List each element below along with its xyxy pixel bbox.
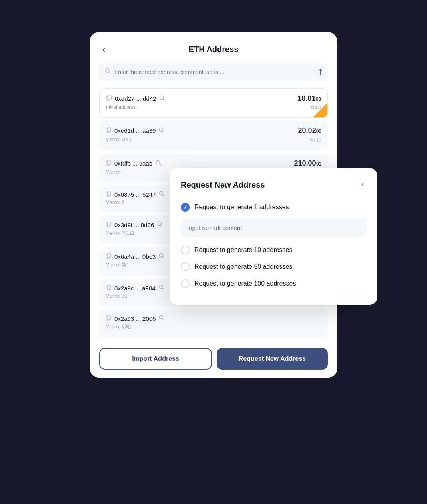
amount-main: 210.00	[294, 159, 316, 167]
address-text: 0xdd27 ... dd42	[115, 95, 156, 102]
magnify-icon[interactable]	[159, 315, 165, 322]
radio-label-2: Request to generate 10 addresses	[194, 246, 293, 254]
remark-input[interactable]	[181, 219, 366, 237]
svg-rect-7	[108, 96, 111, 100]
copy-icon[interactable]	[106, 160, 111, 167]
magnify-icon[interactable]	[159, 127, 165, 134]
import-address-button[interactable]: Import Address	[99, 348, 212, 370]
svg-line-1	[109, 72, 111, 74]
radio-option-3[interactable]: Request to generate 50 addresses	[181, 258, 366, 275]
svg-line-25	[161, 225, 163, 227]
svg-rect-15	[107, 160, 111, 164]
filter-button[interactable]	[313, 68, 322, 76]
bottom-buttons: Import Address Request New Address	[90, 340, 337, 378]
address-text: 0x3d9f ... 8d06	[114, 222, 154, 228]
address-text: 0x2a9c ... a904	[114, 285, 156, 292]
copy-icon[interactable]	[106, 191, 111, 198]
amount-main: 10.01	[298, 94, 316, 102]
memo-text: Memo: 圆112	[106, 230, 134, 237]
address-text: 0x0875 ... 5247	[114, 191, 156, 198]
magnify-icon[interactable]	[157, 221, 163, 228]
radio-option-4[interactable]: Request to generate 100 addresses	[181, 275, 366, 292]
memo-text: Memo: 2	[106, 200, 124, 205]
svg-rect-23	[107, 222, 111, 226]
svg-rect-19	[107, 192, 111, 196]
radio-option-1[interactable]: Request to generate 1 addresses	[181, 199, 366, 216]
magnify-icon[interactable]	[159, 95, 165, 102]
amount-sub: 88	[316, 96, 321, 102]
svg-rect-35	[107, 316, 111, 320]
address-text: 0x2a93 ... 2006	[114, 315, 156, 322]
memo-text: Memo: 新1	[106, 262, 129, 268]
page-title: ETH Address	[189, 45, 239, 54]
copy-icon[interactable]	[106, 315, 111, 322]
svg-line-37	[163, 319, 164, 320]
active-corner	[313, 103, 327, 117]
amount-sub: 91	[316, 161, 321, 167]
modal-overlay: Request New Address × Request to generat…	[170, 168, 377, 305]
request-new-address-button[interactable]: Request New Address	[217, 348, 328, 370]
radio-circle-2	[181, 246, 190, 254]
memo-text: Memo: 哦哦	[106, 324, 131, 330]
svg-line-33	[162, 288, 164, 290]
modal-close-button[interactable]: ×	[359, 179, 366, 191]
memo-text: Initial address	[106, 104, 136, 110]
svg-rect-31	[107, 285, 111, 289]
request-address-modal: Request New Address × Request to generat…	[170, 168, 377, 305]
svg-line-13	[163, 131, 164, 132]
radio-label-4: Request to generate 100 addresses	[194, 280, 296, 287]
radio-circle-3	[181, 262, 190, 271]
header: ‹ ETH Address	[99, 45, 328, 54]
magnify-icon[interactable]	[159, 284, 165, 292]
radio-circle-4	[181, 279, 190, 288]
radio-label-1: Request to generate 1 addresses	[194, 204, 289, 211]
amount-main: 20.02	[298, 126, 316, 134]
modal-title: Request New Address	[181, 180, 265, 190]
svg-line-17	[160, 164, 161, 165]
copy-icon[interactable]	[106, 253, 111, 260]
number-badge: No.10	[309, 137, 321, 143]
copy-icon[interactable]	[106, 127, 111, 134]
search-icon	[105, 68, 111, 76]
amount-sub: 08	[316, 128, 321, 134]
magnify-icon[interactable]	[159, 253, 165, 260]
copy-icon[interactable]	[106, 222, 111, 228]
search-bar	[99, 64, 328, 80]
svg-line-29	[163, 257, 164, 258]
address-text: 0xfdfb ... 9aab	[114, 160, 152, 167]
radio-circle-1	[181, 203, 190, 212]
copy-icon[interactable]	[106, 95, 112, 102]
copy-icon[interactable]	[106, 285, 111, 292]
memo-text: Memo: uu	[106, 293, 127, 299]
radio-label-3: Request to generate 50 addresses	[194, 263, 293, 270]
back-button[interactable]: ‹	[99, 43, 108, 56]
memo-text: Memo: -	[106, 169, 123, 175]
address-item[interactable]: 0xdd27 ... dd42 10.0188 Initial address …	[99, 88, 328, 118]
svg-line-9	[163, 99, 165, 100]
radio-option-2[interactable]: Request to generate 10 addresses	[181, 242, 366, 258]
filter-icon	[313, 68, 322, 76]
magnify-icon[interactable]	[159, 191, 165, 198]
memo-text: Memo: OK了	[106, 136, 133, 143]
svg-rect-11	[107, 128, 111, 132]
svg-rect-27	[107, 254, 111, 258]
address-item[interactable]: 0x2a93 ... 2006 Memo: 哦哦	[99, 309, 328, 338]
search-input[interactable]	[114, 69, 310, 75]
address-text: 0xe61d ... aa39	[114, 127, 156, 134]
address-text: 0x6a4a ... 0be3	[114, 253, 156, 260]
address-item[interactable]: 0xe61d ... aa39 20.0208 Memo: OK了 No.10	[99, 121, 328, 150]
svg-line-21	[163, 195, 164, 196]
modal-header: Request New Address ×	[181, 179, 366, 191]
magnify-icon[interactable]	[156, 160, 162, 167]
